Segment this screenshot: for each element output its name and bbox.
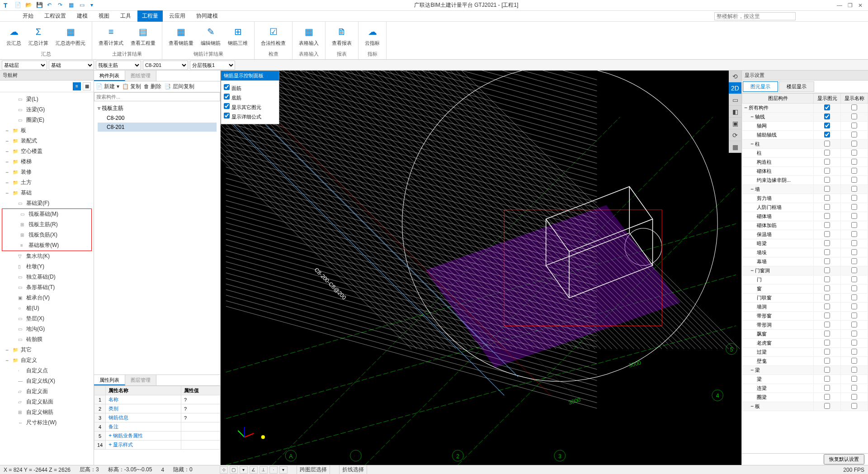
vp-view-icon[interactable]: ▭	[729, 94, 741, 106]
vp-iso-icon[interactable]: ◧	[729, 106, 741, 118]
display-row-人防门框墙[interactable]: 人防门框墙	[742, 203, 868, 212]
chk-show-name[interactable]	[851, 367, 857, 373]
tree-item-圈梁(E)[interactable]: ▭圈梁(E)	[0, 115, 94, 125]
vp-2d-icon[interactable]: 2D	[729, 82, 741, 94]
tree-item-尺寸标注(W)[interactable]: ↔尺寸标注(W)	[0, 417, 94, 428]
tree-item-楼梯[interactable]: −📁楼梯	[0, 156, 94, 167]
display-row-砌体柱[interactable]: 砌体柱	[742, 167, 868, 176]
tree-item-装修[interactable]: −📁装修	[0, 167, 94, 177]
nav-view1-icon[interactable]: ≡	[73, 82, 81, 90]
status-polyline-select[interactable]: 折线选择	[339, 465, 367, 474]
ribbon-btn-表格输入[interactable]: ▦表格输入	[296, 24, 321, 47]
chk-show-elem[interactable]	[824, 195, 830, 201]
chk-show-name[interactable]	[851, 394, 857, 400]
tree-item-连梁(G)[interactable]: ▭连梁(G)	[0, 104, 94, 115]
comp-delete-button[interactable]: 🗑 删除	[144, 83, 161, 90]
check-显示详细公式[interactable]: 显示详细公式	[224, 112, 276, 121]
tree-item-独立基础(D)[interactable]: ▭独立基础(D)	[0, 272, 94, 282]
tree-item-条形基础(T)[interactable]: ▭条形基础(T)	[0, 282, 94, 293]
chk-show-name[interactable]	[851, 385, 857, 391]
chk-show-elem[interactable]	[824, 403, 830, 409]
tree-item-垫层(X)[interactable]: ▭垫层(X)	[0, 313, 94, 324]
display-row-墙洞[interactable]: 墙洞	[742, 303, 868, 312]
display-row-连梁[interactable]: 连梁	[742, 384, 868, 393]
chk-show-name[interactable]	[851, 331, 857, 337]
chk-show-elem[interactable]	[824, 313, 830, 318]
maximize-icon[interactable]: ❐	[848, 2, 853, 9]
chk-show-elem[interactable]	[824, 213, 830, 219]
ribbon-btn-汇总计算[interactable]: Σ汇总计算	[26, 24, 51, 47]
display-row-轴网[interactable]: 轴网	[742, 122, 868, 131]
tree-item-土方[interactable]: −📁土方	[0, 177, 94, 188]
qa-open-icon[interactable]: 📂	[25, 2, 33, 9]
chk-show-name[interactable]	[851, 267, 857, 273]
menu-工程量[interactable]: 工程量	[137, 10, 163, 22]
chk-show-name[interactable]	[851, 349, 857, 355]
comp-layer-copy-button[interactable]: 📑 层间复制	[164, 83, 194, 90]
tab-layer-mgmt[interactable]: 图层管理	[125, 375, 156, 385]
menu-开始[interactable]: 开始	[18, 10, 38, 22]
selector-0[interactable]: 基础层	[2, 61, 47, 70]
chk-show-elem[interactable]	[824, 132, 830, 137]
comp-copy-button[interactable]: 📋 复制	[122, 83, 141, 90]
chk-show-elem[interactable]	[824, 114, 830, 119]
search-input[interactable]	[714, 12, 796, 20]
chk-show-elem[interactable]	[824, 186, 830, 192]
chk-show-name[interactable]	[851, 294, 857, 300]
ribbon-btn-查看钢筋量[interactable]: ▦查看钢筋量	[166, 24, 196, 47]
qa-save-icon[interactable]: 💾	[36, 2, 43, 9]
status-cross-layer[interactable]: 跨图层选择	[297, 465, 330, 474]
vp-reset-icon[interactable]: ⟳	[729, 129, 741, 141]
chk-show-elem[interactable]	[824, 267, 830, 273]
chk-show-name[interactable]	[851, 123, 857, 128]
check-面筋[interactable]: 面筋	[224, 83, 276, 93]
close-icon[interactable]: ✕	[858, 2, 863, 9]
qa-new-icon[interactable]: 📄	[14, 2, 22, 9]
display-row-门联窗[interactable]: 门联窗	[742, 294, 868, 303]
chk-show-name[interactable]	[851, 168, 857, 174]
chk-show-elem[interactable]	[824, 322, 830, 327]
check-显示其它图元[interactable]: 显示其它图元	[224, 102, 276, 112]
menu-云应用[interactable]: 云应用	[165, 10, 190, 22]
check-底筋[interactable]: 底筋	[224, 93, 276, 102]
tab-floor-display[interactable]: 楼层显示	[779, 81, 814, 92]
chk-show-name[interactable]	[851, 240, 857, 246]
display-row-砌体加筋[interactable]: 砌体加筋	[742, 221, 868, 230]
chk-show-elem[interactable]	[824, 340, 830, 346]
chk-show-elem[interactable]	[824, 394, 830, 400]
sb-angle-icon[interactable]: ∠	[250, 466, 258, 474]
display-row-保温墙[interactable]: 保温墙	[742, 230, 868, 239]
prop-row[interactable]: 3钢筋信息?	[94, 413, 220, 422]
display-row-墙[interactable]: − 墙	[742, 185, 868, 194]
chk-show-elem[interactable]	[824, 240, 830, 246]
chk-show-name[interactable]	[851, 141, 857, 147]
tree-item-砖胎膜[interactable]: ▭砖胎膜	[0, 334, 94, 345]
ribbon-btn-云汇总[interactable]: ☁云汇总	[4, 24, 24, 47]
tree-item-筏板主筋(R)[interactable]: ⊞筏板主筋(R)	[2, 219, 91, 230]
display-row-过梁[interactable]: 过梁	[742, 348, 868, 357]
chk-show-elem[interactable]	[824, 104, 830, 110]
menu-工程设置[interactable]: 工程设置	[40, 10, 71, 22]
selector-3[interactable]: C8-201	[143, 61, 188, 70]
display-row-板[interactable]: − 板	[742, 402, 868, 411]
menu-协同建模[interactable]: 协同建模	[192, 10, 222, 22]
tree-item-筏板基础(M)[interactable]: ▭筏板基础(M)	[2, 209, 91, 219]
tree-item-基础[interactable]: −📁基础	[0, 188, 94, 198]
display-row-窗[interactable]: 窗	[742, 284, 868, 294]
tree-item-集水坑(K)[interactable]: ▽集水坑(K)	[0, 251, 94, 261]
display-row-砌体墙[interactable]: 砌体墙	[742, 212, 868, 221]
chk-show-name[interactable]	[851, 132, 857, 137]
chk-show-elem[interactable]	[824, 231, 830, 237]
tree-item-自定义贴面[interactable]: ▱自定义贴面	[0, 397, 94, 407]
qa-redo-icon[interactable]: ↷	[58, 2, 65, 9]
ribbon-btn-汇总选中图元[interactable]: ▦汇总选中图元	[53, 24, 88, 47]
prop-row[interactable]: 5+ 钢筋业务属性	[94, 431, 220, 441]
display-row-梁[interactable]: − 梁	[742, 366, 868, 375]
chk-show-elem[interactable]	[824, 258, 830, 264]
prop-row[interactable]: 14+ 显示样式	[94, 441, 220, 450]
chk-show-elem[interactable]	[824, 331, 830, 337]
nav-view2-icon[interactable]: ▦	[83, 82, 91, 90]
chk-show-name[interactable]	[851, 195, 857, 201]
selector-2[interactable]: 筏板主筋	[96, 61, 141, 70]
chk-show-name[interactable]	[851, 276, 857, 282]
